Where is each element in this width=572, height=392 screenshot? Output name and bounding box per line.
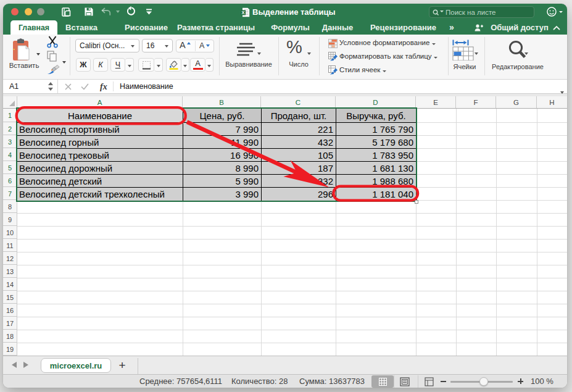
svg-text:X: X: [241, 10, 244, 15]
